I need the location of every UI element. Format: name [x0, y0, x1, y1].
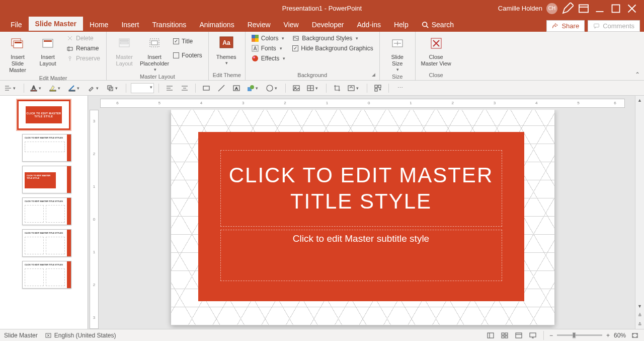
- close-icon[interactable]: [626, 3, 638, 15]
- ribbon-display-icon[interactable]: [578, 3, 590, 15]
- tab-insert[interactable]: Insert: [115, 18, 145, 32]
- vertical-scrollbar[interactable]: ▲ ▼ ≜ ≛: [635, 96, 644, 329]
- scroll-up-icon[interactable]: ▲: [635, 96, 644, 105]
- maximize-icon[interactable]: [610, 3, 622, 15]
- next-slide-icon[interactable]: ≛: [635, 320, 644, 329]
- thumbnail-layout-1[interactable]: CLICK TO EDIT MASTER TITLE STYLES: [22, 134, 71, 162]
- background-styles-button[interactable]: Background Styles▾: [290, 34, 375, 43]
- title-placeholder-text: CLICK TO EDIT MASTER TITLE STYLE: [221, 162, 502, 215]
- minimize-icon[interactable]: [594, 3, 606, 15]
- align-center-button[interactable]: [179, 83, 191, 94]
- svg-rect-19: [255, 35, 259, 38]
- insert-placeholder-button[interactable]: Insert Placeholder▾: [141, 34, 168, 73]
- preserve-button[interactable]: Preserve: [64, 54, 102, 63]
- title-checkbox[interactable]: Title: [171, 37, 204, 46]
- group-label-edit-master: Edit Master: [4, 74, 102, 82]
- picture-layout-button[interactable]: ▾: [346, 83, 362, 94]
- delete-button[interactable]: Delete: [64, 34, 102, 43]
- slide-sorter-button[interactable]: [500, 331, 510, 339]
- tab-file[interactable]: File: [4, 18, 29, 32]
- more-button[interactable]: ⋯: [393, 83, 406, 94]
- effects-button[interactable]: Effects▾: [250, 54, 287, 63]
- tab-home[interactable]: Home: [83, 18, 115, 32]
- colors-button[interactable]: Colors▾: [250, 34, 287, 43]
- share-button[interactable]: Share: [546, 20, 585, 32]
- tab-view[interactable]: View: [277, 18, 305, 32]
- rect-shape-button[interactable]: [200, 83, 212, 94]
- tab-addins[interactable]: Add-ins: [350, 18, 387, 32]
- tab-slide-master[interactable]: Slide Master: [29, 17, 83, 32]
- highlight-button[interactable]: ▾: [48, 83, 64, 94]
- checkbox-icon: [292, 45, 298, 51]
- subtitle-placeholder-text: Click to edit Master subtitle style: [293, 233, 429, 244]
- slideshow-button[interactable]: [528, 331, 538, 339]
- rename-button[interactable]: Rename: [64, 44, 102, 53]
- comments-button[interactable]: Comments: [588, 20, 640, 32]
- align-button[interactable]: ▾: [3, 83, 19, 94]
- hide-bg-checkbox[interactable]: Hide Background Graphics: [290, 44, 375, 53]
- thumbnail-layout-3[interactable]: CLICK TO EDIT MASTER TITLE STYLES: [22, 197, 71, 225]
- tab-animations[interactable]: Animations: [193, 18, 240, 32]
- zoom-in-button[interactable]: +: [606, 332, 610, 339]
- subtitle-placeholder[interactable]: Click to edit Master subtitle style: [220, 230, 502, 281]
- picture-button[interactable]: [290, 83, 302, 94]
- shape-effects-button[interactable]: ▾: [265, 83, 281, 94]
- reading-view-button[interactable]: [514, 331, 524, 339]
- thumbnail-layout-4[interactable]: CLICK TO EDIT MASTER TITLE STYLES: [22, 229, 71, 257]
- slide-canvas[interactable]: CLICK TO EDIT MASTER TITLE STYLE Click t…: [171, 110, 554, 325]
- thumbnail-layout-5[interactable]: CLICK TO EDIT MASTER TITLE STYLES: [22, 261, 71, 289]
- selection-pane-button[interactable]: [372, 83, 384, 94]
- fonts-button[interactable]: AFonts▾: [250, 44, 287, 53]
- language-icon: [45, 332, 52, 339]
- rename-icon: [66, 45, 73, 52]
- avatar[interactable]: CH: [546, 3, 557, 14]
- work-area: CLICK TO EDIT MASTER TITLE STYLE CLICK T…: [0, 96, 644, 329]
- dialog-launcher-icon[interactable]: ◢: [372, 72, 375, 77]
- svg-rect-47: [375, 89, 377, 91]
- zoom-out-button[interactable]: −: [549, 332, 553, 339]
- title-placeholder[interactable]: CLICK TO EDIT MASTER TITLE STYLE: [220, 150, 502, 227]
- themes-button[interactable]: Aa Themes▾: [213, 34, 240, 66]
- ribbon-body: Insert Slide Master Insert Layout Delete…: [0, 32, 644, 81]
- thumbnail-pane[interactable]: CLICK TO EDIT MASTER TITLE STYLE CLICK T…: [0, 96, 88, 329]
- font-color-button[interactable]: A▾: [29, 83, 45, 94]
- tab-search[interactable]: Search: [415, 18, 460, 32]
- align-left-button[interactable]: [164, 83, 176, 94]
- slide-stage[interactable]: CLICK TO EDIT MASTER TITLE STYLE Click t…: [100, 110, 635, 329]
- insert-layout-button[interactable]: Insert Layout: [34, 34, 61, 67]
- eyedropper-button[interactable]: ▾: [86, 83, 102, 94]
- status-language[interactable]: English (United States): [45, 332, 116, 339]
- svg-text:A: A: [235, 86, 238, 91]
- insert-slide-master-button[interactable]: Insert Slide Master: [4, 34, 31, 74]
- layout-icon: [40, 36, 55, 51]
- shape-width-input[interactable]: ▾: [131, 83, 154, 93]
- pen-icon[interactable]: [561, 3, 574, 15]
- tab-help[interactable]: Help: [387, 18, 415, 32]
- zoom-slider[interactable]: [557, 334, 602, 336]
- fit-to-window-button[interactable]: [630, 331, 640, 339]
- zoom-level[interactable]: 60%: [614, 332, 626, 339]
- shape-outline-button[interactable]: ▾: [67, 83, 83, 94]
- tab-developer[interactable]: Developer: [305, 18, 351, 32]
- thumbnail-layout-2[interactable]: CLICK TO EDIT MASTER TITLE STYLE: [22, 166, 71, 193]
- tab-transitions[interactable]: Transitions: [145, 18, 193, 32]
- normal-view-button[interactable]: [486, 331, 496, 339]
- tab-review[interactable]: Review: [241, 18, 277, 32]
- group-size: Slide Size▾ Size: [380, 32, 416, 80]
- slide-size-label: Slide Size: [391, 54, 403, 67]
- collapse-ribbon-icon[interactable]: ⌃: [635, 71, 640, 78]
- footers-checkbox[interactable]: Footers: [171, 51, 204, 60]
- effects-icon: [252, 55, 259, 62]
- table-button[interactable]: ▾: [305, 83, 321, 94]
- arrange-button[interactable]: ▾: [105, 83, 121, 94]
- crop-button[interactable]: [331, 83, 343, 94]
- line-shape-button[interactable]: [215, 83, 227, 94]
- thumbnail-master[interactable]: CLICK TO EDIT MASTER TITLE STYLE: [17, 100, 70, 130]
- slide-size-button[interactable]: Slide Size▾: [384, 34, 411, 73]
- svg-rect-1: [612, 5, 620, 12]
- close-master-view-button[interactable]: Close Master View: [420, 34, 453, 67]
- prev-slide-icon[interactable]: ≜: [635, 311, 644, 320]
- text-box-button[interactable]: A: [230, 83, 243, 94]
- scroll-down-icon[interactable]: ▼: [635, 302, 644, 311]
- shapes-button[interactable]: ▾: [246, 83, 262, 94]
